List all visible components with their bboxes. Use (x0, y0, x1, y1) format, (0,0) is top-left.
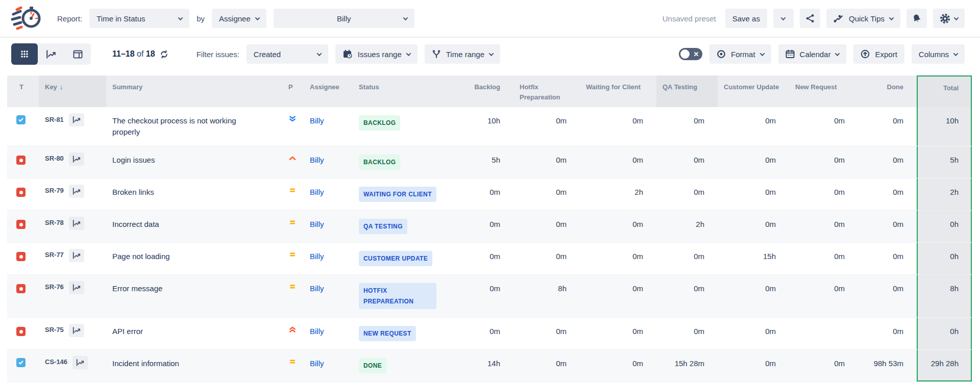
time-cell-customer-update: 15h (718, 243, 789, 270)
time-cell-waiting-for-client: 0m (580, 211, 656, 238)
time-cell-backlog: 0m (462, 318, 513, 345)
column-header-summary[interactable]: Summary (106, 75, 281, 107)
quick-tips-button[interactable]: Quick Tips (826, 9, 900, 28)
chevron-down-icon (489, 51, 494, 56)
issue-trend-chart-button[interactable] (69, 185, 84, 198)
save-as-dropdown-button[interactable] (773, 9, 794, 28)
chevron-down-icon (178, 15, 183, 20)
table-row: CS-146Incident informationBillyDONE14h0m… (7, 350, 972, 382)
issue-type-cell (7, 107, 39, 134)
issue-type-bug-icon (16, 188, 26, 197)
column-header-qa-testing[interactable]: QA Testing (656, 75, 718, 107)
save-as-button[interactable]: Save as (725, 9, 767, 28)
assignee-cell: Billy (304, 318, 353, 345)
table-row: SR-75API errorBillyNEW REQUEST0m0m0m0m0m… (7, 318, 972, 350)
assignee-link[interactable]: Billy (310, 188, 324, 196)
time-cell-new-request (789, 318, 858, 334)
total-cell: 0h (917, 318, 972, 349)
time-cell-customer-update: 0m (718, 211, 789, 238)
issues-range-button[interactable]: Issues range (335, 44, 418, 64)
time-cell-backlog: 0m (462, 178, 513, 206)
issue-trend-chart-button[interactable] (69, 113, 84, 126)
assignee-link[interactable]: Billy (310, 327, 324, 336)
grid-icon (20, 49, 29, 59)
assignee-link[interactable]: Billy (310, 156, 324, 164)
calendar-button[interactable]: Calendar (778, 44, 847, 64)
total-cell: 10h (917, 107, 972, 146)
refresh-icon[interactable] (159, 49, 169, 59)
chart-view-button[interactable] (38, 43, 64, 65)
column-header-t[interactable]: T (7, 75, 39, 107)
time-cell-backlog: 10h (462, 107, 513, 135)
column-header-customer-update[interactable]: Customer Update (718, 75, 789, 107)
board-view-button[interactable] (64, 43, 91, 65)
assignee-cell: Billy (304, 243, 353, 270)
status-badge: DONE (359, 358, 386, 373)
time-cell-new-request: 0m (789, 146, 858, 174)
chevron-down-icon (255, 15, 260, 20)
view-toolbar: 11–18 of 18 Filter issues: Created Issue… (0, 38, 980, 70)
column-header-new-request[interactable]: New Request (789, 75, 858, 107)
column-header-assignee[interactable]: Assignee (304, 75, 353, 107)
group-by-select[interactable]: Assignee (212, 9, 266, 28)
settings-button[interactable] (933, 9, 965, 28)
preset-status-text: Unsaved preset (663, 14, 716, 23)
issue-trend-chart-button[interactable] (69, 249, 84, 262)
issue-type-cell (7, 318, 39, 345)
chevron-down-icon (760, 51, 765, 56)
status-badge: WAITING FOR CLIENT (359, 187, 436, 202)
time-cell-hotfix-prepareation: 0m (513, 350, 580, 377)
chevron-down-icon (403, 15, 408, 20)
report-table: TKey↓SummaryPAssigneeStatusBacklogHotfix… (0, 70, 980, 382)
grid-view-button[interactable] (11, 43, 38, 65)
issue-key-cell: SR-81 (39, 107, 106, 131)
assignee-link[interactable]: Billy (310, 359, 324, 368)
issue-trend-chart-button[interactable] (69, 152, 84, 166)
priority-lowest-icon (288, 116, 297, 124)
export-button[interactable]: Export (853, 44, 904, 64)
issue-trend-chart-button[interactable] (69, 281, 84, 294)
time-cell-backlog: 0m (462, 275, 513, 302)
notifications-button[interactable] (906, 9, 927, 28)
time-cell-hotfix-prepareation: 0m (513, 146, 580, 174)
column-header-total[interactable]: Total (917, 75, 972, 107)
priority-cell (281, 243, 304, 270)
assignee-link[interactable]: Billy (310, 284, 324, 293)
time-cell-waiting-for-client: 0m (580, 243, 656, 270)
issue-trend-chart-button[interactable] (69, 217, 84, 230)
column-header-done[interactable]: Done (858, 75, 917, 107)
issue-key-cell: SR-79 (39, 178, 106, 202)
assignee-link[interactable]: Billy (310, 252, 324, 261)
share-icon (805, 14, 815, 23)
subject-value: Billy (337, 14, 351, 23)
time-cell-hotfix-prepareation: 0m (513, 178, 580, 206)
column-header-p[interactable]: P (281, 75, 304, 107)
report-type-select[interactable]: Time in Status (89, 9, 189, 28)
column-header-waiting-for-client[interactable]: Waiting for Client (580, 75, 656, 107)
column-header-key[interactable]: Key↓ (39, 75, 106, 107)
calendar-icon (786, 49, 795, 59)
column-header-backlog[interactable]: Backlog (462, 75, 513, 107)
assignee-link[interactable]: Billy (310, 116, 324, 125)
bell-icon (912, 13, 922, 23)
columns-button[interactable]: Columns (912, 44, 965, 64)
priority-medium-icon (288, 284, 297, 292)
share-button[interactable] (800, 9, 820, 28)
issue-key: SR-80 (45, 154, 64, 164)
top-bar: Report: Time in Status by Assignee Billy… (0, 0, 980, 38)
assignee-link[interactable]: Billy (310, 220, 324, 228)
filter-field-select[interactable]: Created (247, 44, 328, 64)
table-row: SR-77Page not loadingBillyCUSTOMER UPDAT… (7, 243, 972, 275)
issue-trend-chart-button[interactable] (72, 356, 88, 369)
format-target-icon (717, 49, 726, 59)
time-range-button[interactable]: Time range (425, 44, 500, 64)
column-header-status[interactable]: Status (353, 75, 462, 107)
column-header-hotfix-prepareation[interactable]: Hotfix Prepareation (513, 75, 580, 107)
time-cell-waiting-for-client: 0m (580, 275, 656, 302)
subject-select[interactable]: Billy (274, 9, 414, 28)
compare-toggle[interactable] (679, 48, 702, 60)
priority-medium-icon (288, 219, 297, 228)
format-button[interactable]: Format (709, 44, 771, 64)
issue-trend-chart-button[interactable] (69, 324, 84, 337)
priority-high-icon (288, 155, 297, 164)
